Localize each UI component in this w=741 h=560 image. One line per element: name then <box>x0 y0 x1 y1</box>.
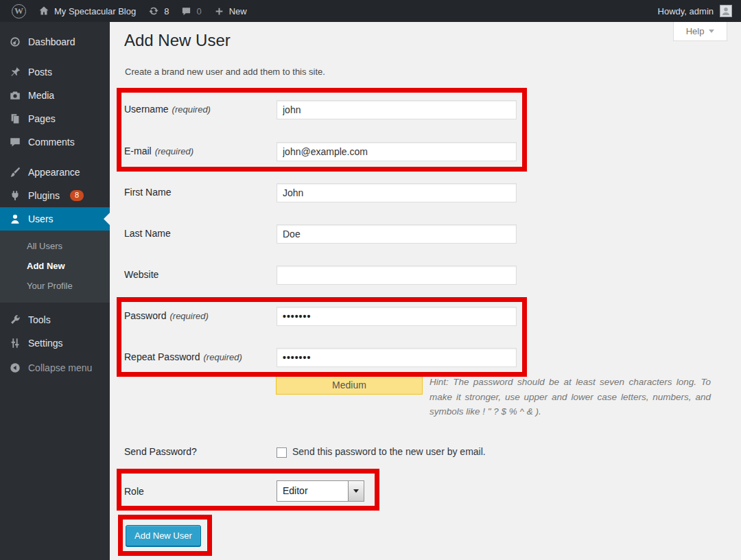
main-content: Help Add New User Create a brand new use… <box>110 22 741 560</box>
collapse-icon <box>9 362 21 374</box>
sidebar-item-appearance[interactable]: Appearance <box>0 161 110 184</box>
sidebar-item-dashboard[interactable]: Dashboard <box>0 30 110 54</box>
sidebar-item-label: Collapse menu <box>28 362 92 373</box>
pages-icon <box>9 113 21 125</box>
sidebar-item-comments[interactable]: Comments <box>0 130 110 154</box>
sidebar-item-label: Users <box>28 213 54 224</box>
sidebar-item-users[interactable]: Users <box>0 207 110 231</box>
required-suffix: (required) <box>172 104 211 115</box>
add-new-user-button[interactable]: Add New User <box>126 525 201 546</box>
send-password-checkbox-label: Send this password to the new user by em… <box>292 446 486 457</box>
new-label: New <box>229 6 247 16</box>
role-selected-value: Editor <box>283 481 308 501</box>
sidebar-item-plugins[interactable]: Plugins 8 <box>0 184 110 207</box>
users-icon <box>9 213 21 225</box>
users-submenu: All Users Add New Your Profile <box>0 231 110 303</box>
wordpress-admin-page: W My Spectacular Blog 8 0 <box>0 0 741 560</box>
website-label: Website <box>124 269 158 280</box>
media-icon <box>9 89 21 102</box>
email-field[interactable] <box>277 142 517 161</box>
role-select[interactable]: Editor <box>277 480 364 502</box>
pushpin-icon <box>9 66 21 78</box>
plug-icon <box>9 189 21 202</box>
submenu-item-add-new[interactable]: Add New <box>0 256 110 276</box>
sidebar-item-posts[interactable]: Posts <box>0 60 110 84</box>
submenu-item-all-users[interactable]: All Users <box>0 236 110 256</box>
sidebar-separator <box>0 154 110 161</box>
chevron-down-icon <box>353 489 359 493</box>
last-name-label: Last Name <box>124 228 171 239</box>
sidebar-separator <box>0 303 110 308</box>
comment-count: 0 <box>196 6 201 16</box>
page-subtitle: Create a brand new user and add them to … <box>125 67 325 77</box>
account-menu[interactable]: Howdy, admin <box>658 0 741 22</box>
updates-link[interactable]: 8 <box>142 0 175 22</box>
wrench-icon <box>9 314 21 326</box>
sidebar-item-media[interactable]: Media <box>0 84 110 107</box>
avatar <box>720 5 732 17</box>
required-suffix: (required) <box>204 352 242 362</box>
sidebar-item-settings[interactable]: Settings <box>0 331 110 355</box>
last-name-input[interactable] <box>277 224 517 244</box>
help-label: Help <box>686 26 705 36</box>
send-password-checkbox[interactable] <box>277 447 287 458</box>
howdy-label: Howdy, admin <box>658 6 714 16</box>
required-suffix: (required) <box>169 311 208 321</box>
sidebar-item-label: Media <box>28 90 54 101</box>
admin-bar: W My Spectacular Blog 8 0 <box>0 0 741 22</box>
sidebar-item-tools[interactable]: Tools <box>0 308 110 331</box>
repeat-password-field[interactable] <box>277 348 517 367</box>
help-button[interactable]: Help <box>673 22 727 41</box>
comments-link[interactable]: 0 <box>175 0 207 22</box>
site-name-link[interactable]: My Spectacular Blog <box>32 0 142 22</box>
repeat-password-label: Repeat Password(required) <box>124 351 242 362</box>
username-label: Username(required) <box>124 104 211 115</box>
sidebar-item-label: Tools <box>28 314 51 325</box>
update-count: 8 <box>164 6 169 16</box>
dashboard-icon <box>9 36 21 48</box>
new-content-link[interactable]: New <box>208 0 253 22</box>
sidebar-item-label: Plugins <box>28 190 60 201</box>
admin-sidebar: Dashboard Posts Media Pages Comments <box>0 22 110 560</box>
first-name-label: First Name <box>124 187 171 198</box>
admin-bar-left: W My Spectacular Blog 8 0 <box>0 0 253 22</box>
email-label: E-mail(required) <box>124 145 193 156</box>
required-suffix: (required) <box>155 146 193 156</box>
wordpress-logo-icon: W <box>12 4 26 19</box>
sidebar-item-pages[interactable]: Pages <box>0 107 110 130</box>
home-icon <box>38 5 49 16</box>
sidebar-item-label: Posts <box>28 67 52 78</box>
brush-icon <box>9 166 21 178</box>
password-strength-meter: Medium <box>276 375 423 395</box>
first-name-input[interactable] <box>277 183 517 202</box>
username-input[interactable] <box>277 100 517 119</box>
sidebar-item-label: Settings <box>28 338 63 349</box>
role-label: Role <box>124 486 144 497</box>
sidebar-item-label: Comments <box>28 137 75 148</box>
collapse-menu-button[interactable]: Collapse menu <box>0 356 110 380</box>
wordpress-menu[interactable]: W <box>5 0 32 22</box>
password-hint-area: Medium Hint: The password should be at l… <box>276 375 711 419</box>
page-title: Add New User <box>124 31 231 50</box>
current-menu-arrow <box>104 213 110 225</box>
sidebar-item-label: Appearance <box>28 167 80 178</box>
password-label: Password(required) <box>124 310 209 321</box>
site-name-label: My Spectacular Blog <box>54 6 136 16</box>
sidebar-item-label: Dashboard <box>28 36 75 47</box>
sidebar-separator <box>0 54 110 60</box>
comments-icon <box>9 136 21 148</box>
plugins-update-badge: 8 <box>70 190 84 201</box>
submenu-item-your-profile[interactable]: Your Profile <box>0 276 110 296</box>
send-password-label: Send Password? <box>124 446 197 457</box>
sidebar-item-label: Pages <box>28 113 56 124</box>
chevron-down-icon <box>709 30 714 33</box>
comment-bubble-icon <box>181 6 191 16</box>
sliders-icon <box>9 337 21 349</box>
password-field[interactable] <box>277 307 517 326</box>
website-input[interactable] <box>277 266 517 285</box>
plus-icon <box>214 6 224 16</box>
select-dropdown-button[interactable] <box>348 481 364 501</box>
updates-icon <box>148 5 159 16</box>
